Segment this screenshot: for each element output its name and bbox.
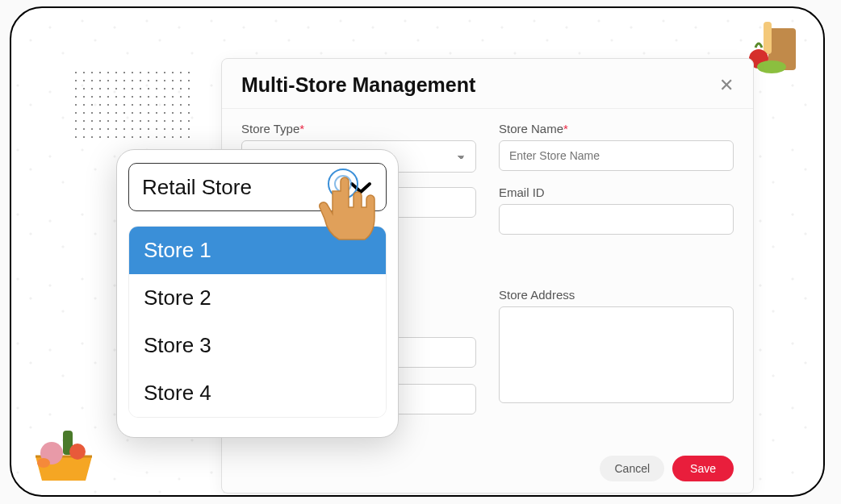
svg-rect-1 [764,22,772,54]
store-name-input[interactable] [499,140,734,171]
modal-title: Multi-Store Management [241,73,475,97]
store-type-label: Store Type* [241,122,476,135]
email-id-label: Email ID [499,185,734,199]
store-type-selected-value: Retail Store [142,175,252,200]
store-option-2[interactable]: Store 2 [129,274,386,322]
store-option-4[interactable]: Store 4 [129,369,386,417]
grocery-basket-icon [27,416,100,489]
grocery-bag-icon [744,14,809,78]
save-button[interactable]: Save [672,456,734,481]
decorative-dot-grid [72,69,193,141]
pointer-cursor-icon [313,169,394,265]
close-button[interactable]: ✕ [719,75,734,96]
store-address-textarea[interactable] [499,306,734,403]
store-name-label: Store Name* [499,122,734,135]
store-type-dropdown-trigger[interactable]: Retail Store [128,163,387,211]
close-icon: ✕ [719,75,734,95]
store-option-3[interactable]: Store 3 [129,322,386,369]
svg-point-6 [69,444,86,460]
store-type-dropdown-popup: Retail Store Store 1 Store 2 Store 3 Sto… [116,149,399,438]
email-id-input[interactable] [499,204,734,235]
store-address-label: Store Address [499,288,734,302]
svg-point-7 [37,458,50,468]
svg-point-3 [757,60,786,73]
cancel-button[interactable]: Cancel [600,456,664,481]
